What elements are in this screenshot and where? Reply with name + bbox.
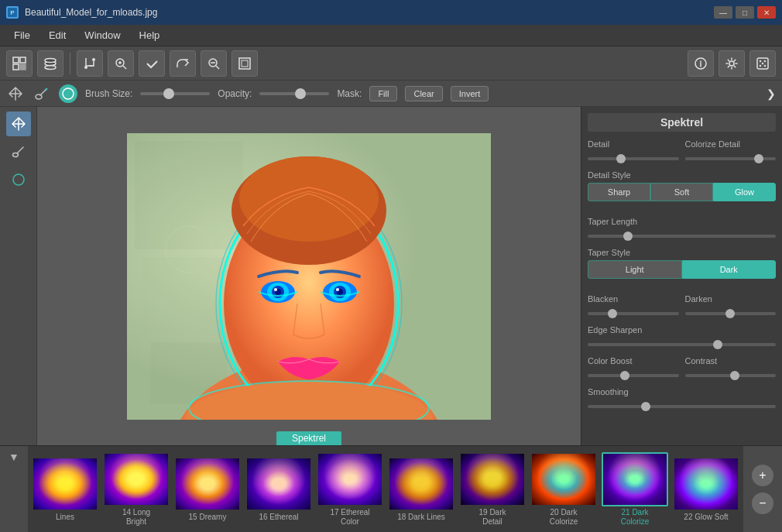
colorize-detail-param: Colorize Detail bbox=[685, 139, 777, 163]
detail-style-param: Detail Style Sharp Soft Glow bbox=[588, 170, 776, 209]
taper-length-slider[interactable] bbox=[588, 235, 776, 238]
svg-rect-14 bbox=[242, 60, 248, 67]
film-item-21[interactable]: 21 DarkColorize bbox=[601, 452, 669, 527]
film-label-22: 22 Glow Soft bbox=[684, 513, 728, 522]
zoom-out-button[interactable] bbox=[201, 50, 227, 77]
edge-sharpen-slider[interactable] bbox=[588, 343, 776, 346]
film-label-18: 18 Dark Lines bbox=[397, 513, 445, 522]
crop-button[interactable] bbox=[77, 50, 103, 77]
menu-window[interactable]: Window bbox=[77, 26, 128, 44]
contrast-label: Contrast bbox=[685, 356, 777, 366]
maximize-button[interactable]: □ bbox=[736, 6, 754, 19]
confirm-button[interactable] bbox=[139, 50, 165, 77]
detail-style-group: Sharp Soft Glow bbox=[588, 183, 776, 201]
contrast-slider[interactable] bbox=[685, 374, 777, 377]
info-button[interactable] bbox=[688, 50, 714, 77]
close-button[interactable]: ✕ bbox=[757, 6, 776, 19]
film-item-14[interactable]: 14 LongBright bbox=[102, 452, 170, 527]
style-soft-button[interactable]: Soft bbox=[650, 183, 713, 201]
film-item-20[interactable]: 20 DarkColorize bbox=[530, 452, 598, 527]
film-item-18[interactable]: 18 Dark Lines bbox=[387, 457, 455, 522]
brush-size-slider[interactable] bbox=[140, 92, 210, 95]
taper-dark-button[interactable]: Dark bbox=[682, 260, 777, 279]
filmstrip-scroll[interactable]: Lines 14 LongBright 15 Dreamy 16 Etherea… bbox=[28, 446, 743, 532]
add-preset-button[interactable]: + bbox=[752, 465, 773, 486]
film-label-16: 16 Ethereal bbox=[259, 513, 298, 522]
dice-button[interactable] bbox=[749, 50, 776, 77]
move-tool-left[interactable] bbox=[6, 112, 31, 136]
canvas-area: Spektrel bbox=[37, 107, 581, 445]
redo-button[interactable] bbox=[170, 50, 196, 77]
circle-tool-left[interactable] bbox=[6, 167, 31, 192]
svg-point-21 bbox=[764, 64, 766, 66]
zoom-in-button[interactable] bbox=[108, 50, 134, 77]
move-tool[interactable] bbox=[6, 84, 25, 103]
blacken-slider[interactable] bbox=[588, 312, 679, 315]
film-thumb-14 bbox=[103, 452, 170, 506]
svg-point-8 bbox=[45, 58, 56, 62]
film-thumb-15 bbox=[174, 457, 241, 511]
edge-sharpen-label: Edge Sharpen bbox=[588, 325, 776, 335]
taper-light-button[interactable]: Light bbox=[588, 260, 682, 279]
opacity-label: Opacity: bbox=[218, 88, 252, 99]
detail-label: Detail bbox=[588, 139, 679, 149]
blacken-darken-row: Blacken Darken bbox=[588, 294, 776, 325]
film-item-15[interactable]: 15 Dreamy bbox=[173, 457, 242, 522]
layers-button[interactable] bbox=[37, 50, 63, 77]
svg-point-44 bbox=[274, 288, 277, 291]
left-tools bbox=[0, 107, 37, 445]
menubar: File Edit Window Help bbox=[0, 25, 782, 46]
svg-point-39 bbox=[239, 156, 379, 242]
eraser-tool[interactable] bbox=[59, 84, 77, 103]
opacity-slider-container bbox=[259, 92, 329, 95]
film-item-22[interactable]: 22 Glow Soft bbox=[672, 457, 740, 522]
clear-button[interactable]: Clear bbox=[405, 86, 442, 101]
svg-point-27 bbox=[13, 174, 24, 185]
svg-rect-2 bbox=[13, 57, 19, 63]
invert-button[interactable]: Invert bbox=[451, 86, 489, 101]
filmstrip-toggle[interactable]: ▼ bbox=[0, 446, 28, 532]
menu-edit[interactable]: Edit bbox=[41, 26, 74, 44]
opacity-slider[interactable] bbox=[259, 92, 329, 95]
darken-label: Darken bbox=[685, 294, 777, 304]
menu-help[interactable]: Help bbox=[132, 26, 168, 44]
style-glow-button[interactable]: Glow bbox=[713, 183, 776, 201]
menu-file[interactable]: File bbox=[6, 26, 38, 44]
minimize-button[interactable]: — bbox=[714, 6, 732, 19]
canvas-container bbox=[127, 133, 491, 420]
smoothing-slider[interactable] bbox=[588, 405, 776, 408]
brush-tool[interactable] bbox=[33, 84, 51, 103]
film-thumb-19 bbox=[459, 452, 526, 506]
detail-row: Detail Colorize Detail bbox=[588, 139, 776, 170]
film-item-13[interactable]: Lines bbox=[31, 457, 99, 522]
svg-point-25 bbox=[63, 88, 74, 99]
fill-button[interactable]: Fill bbox=[369, 86, 397, 101]
film-thumb-16 bbox=[245, 457, 312, 511]
svg-rect-5 bbox=[20, 64, 26, 70]
window-title: Beautiful_Model_for_mloads.jpg bbox=[25, 7, 708, 18]
darken-slider[interactable] bbox=[685, 312, 777, 315]
detail-style-label: Detail Style bbox=[588, 170, 776, 180]
pen-tool-left[interactable] bbox=[6, 139, 31, 164]
colorize-detail-label: Colorize Detail bbox=[685, 139, 777, 149]
svg-point-10 bbox=[92, 58, 95, 61]
right-panel: Spektrel Detail Colorize Detail Detail S… bbox=[581, 107, 782, 445]
view-toggle-button[interactable] bbox=[6, 50, 33, 77]
frame-button[interactable] bbox=[232, 50, 258, 77]
remove-preset-button[interactable]: − bbox=[752, 493, 773, 514]
svg-point-20 bbox=[760, 64, 761, 66]
film-item-17[interactable]: 17 EtherealColor bbox=[316, 452, 384, 527]
settings-button[interactable] bbox=[719, 50, 745, 77]
app-icon: P bbox=[6, 6, 19, 19]
blacken-param: Blacken bbox=[588, 294, 679, 317]
film-thumb-18 bbox=[388, 457, 454, 511]
film-item-19[interactable]: 19 DarkDetail bbox=[458, 452, 526, 527]
colorize-detail-slider[interactable] bbox=[685, 157, 777, 160]
brush-nav-arrow[interactable]: ❯ bbox=[767, 88, 776, 100]
toolbar-sep-1 bbox=[70, 53, 70, 74]
film-item-16[interactable]: 16 Ethereal bbox=[245, 457, 313, 522]
style-sharp-button[interactable]: Sharp bbox=[588, 183, 650, 201]
detail-slider[interactable] bbox=[588, 157, 679, 160]
color-boost-slider[interactable] bbox=[588, 374, 679, 377]
window-controls: — □ ✕ bbox=[714, 6, 776, 19]
